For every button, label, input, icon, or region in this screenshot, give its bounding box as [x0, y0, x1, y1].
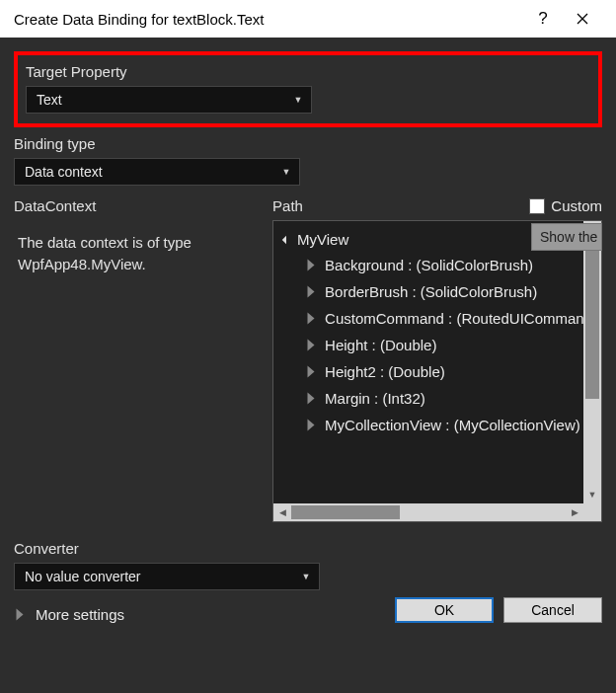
- target-property-label: Target Property: [26, 63, 590, 80]
- target-property-value: Text: [37, 92, 62, 108]
- tree-child-label: MyCollectionView : (MyCollectionView): [325, 417, 580, 433]
- expander-collapsed-icon: [308, 393, 315, 405]
- horizontal-scroll-thumb[interactable]: [291, 505, 400, 519]
- more-settings-label: More settings: [36, 606, 124, 623]
- close-button[interactable]: [563, 0, 602, 38]
- binding-type-value: Data context: [25, 164, 103, 180]
- custom-checkbox-row[interactable]: Custom: [529, 197, 602, 214]
- datacontext-text: The data context is of type WpfApp48.MyV…: [14, 220, 259, 275]
- scroll-left-icon[interactable]: ◀: [273, 507, 291, 517]
- tree-child-item[interactable]: BorderBrush : (SolidColorBrush): [279, 278, 601, 305]
- chevron-down-icon: ▼: [297, 572, 315, 581]
- path-tree[interactable]: MyView Background : (SolidColorBrush) Bo…: [272, 220, 602, 522]
- tree-child-item[interactable]: Height2 : (Double): [279, 358, 601, 385]
- show-the-button[interactable]: Show the: [531, 223, 602, 251]
- tree-child-label: Height2 : (Double): [325, 363, 445, 380]
- ok-button[interactable]: OK: [395, 597, 494, 623]
- horizontal-scrollbar[interactable]: ◀ ▶: [273, 503, 583, 521]
- tree-child-item[interactable]: Margin : (Int32): [279, 385, 601, 412]
- binding-type-group: Binding type Data context ▼: [14, 135, 602, 186]
- converter-group: Converter No value converter ▼: [14, 540, 602, 590]
- close-icon: [577, 13, 588, 25]
- converter-dropdown[interactable]: No value converter ▼: [14, 563, 320, 590]
- expander-collapsed-icon: [308, 260, 315, 271]
- expander-collapsed-icon: [308, 366, 315, 378]
- datacontext-label: DataContext: [14, 197, 259, 214]
- tree-child-item[interactable]: MyCollectionView : (MyCollectionView): [279, 412, 601, 438]
- tree-child-label: Height : (Double): [325, 337, 436, 353]
- expander-collapsed-icon: [308, 313, 315, 325]
- dialog-content: Target Property Text ▼ Binding type Data…: [0, 38, 616, 637]
- datacontext-column: DataContext The data context is of type …: [14, 197, 259, 522]
- title-bar: Create Data Binding for textBlock.Text ?: [0, 0, 616, 38]
- tree-child-label: BorderBrush : (SolidColorBrush): [325, 283, 537, 300]
- path-header: Path Custom: [272, 197, 602, 214]
- binding-type-label: Binding type: [14, 135, 602, 152]
- help-button[interactable]: ?: [523, 0, 563, 38]
- tree-child-label: Margin : (Int32): [325, 390, 425, 407]
- converter-label: Converter: [14, 540, 602, 557]
- cancel-button[interactable]: Cancel: [503, 597, 602, 623]
- tree-child-label: CustomCommand : (RoutedUICommand): [325, 310, 597, 327]
- scroll-corner: [583, 503, 601, 521]
- scroll-down-icon[interactable]: ▼: [583, 486, 601, 503]
- custom-checkbox[interactable]: [529, 198, 545, 214]
- path-label: Path: [272, 197, 303, 214]
- expander-collapsed-icon: [308, 340, 315, 351]
- tree-child-item[interactable]: Height : (Double): [279, 332, 601, 358]
- converter-value: No value converter: [25, 569, 141, 584]
- custom-checkbox-label: Custom: [551, 197, 602, 214]
- dialog-title: Create Data Binding for textBlock.Text: [14, 11, 264, 28]
- target-property-highlight: Target Property Text ▼: [14, 51, 602, 127]
- tree-root-label: MyView: [297, 231, 348, 248]
- target-property-dropdown[interactable]: Text ▼: [26, 86, 312, 114]
- scroll-right-icon[interactable]: ▶: [566, 507, 583, 517]
- path-column: Path Custom Show the MyView Background :…: [272, 197, 602, 522]
- dialog-footer: OK Cancel: [395, 597, 602, 623]
- tree-child-item[interactable]: CustomCommand : (RoutedUICommand): [279, 305, 601, 332]
- expander-collapsed-icon: [17, 609, 24, 621]
- horizontal-scroll-track[interactable]: [291, 503, 566, 521]
- binding-type-dropdown[interactable]: Data context ▼: [14, 158, 300, 186]
- vertical-scrollbar[interactable]: ▲ ▼: [583, 221, 601, 503]
- expander-collapsed-icon: [308, 420, 315, 431]
- chevron-down-icon: ▼: [277, 167, 295, 177]
- context-path-row: DataContext The data context is of type …: [14, 197, 602, 522]
- tree-child-item[interactable]: Background : (SolidColorBrush): [279, 252, 601, 278]
- path-tree-items: MyView Background : (SolidColorBrush) Bo…: [273, 221, 601, 503]
- vertical-scroll-thumb[interactable]: [585, 241, 599, 399]
- expander-collapsed-icon: [308, 286, 315, 298]
- tree-child-label: Background : (SolidColorBrush): [325, 257, 533, 273]
- chevron-down-icon: ▼: [289, 95, 307, 105]
- expander-expanded-icon: [282, 235, 290, 243]
